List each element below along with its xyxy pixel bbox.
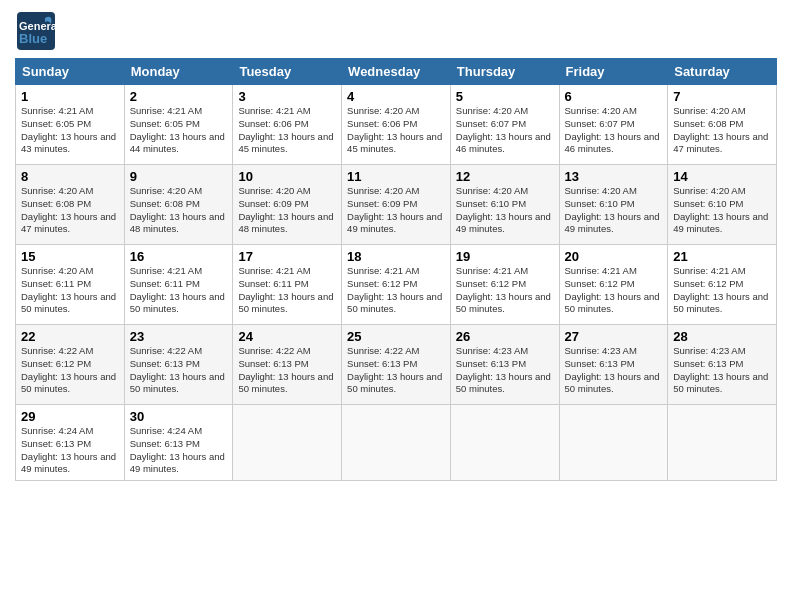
day-info: Sunrise: 4:20 AM Sunset: 6:10 PM Dayligh… xyxy=(456,185,554,236)
day-info: Sunrise: 4:21 AM Sunset: 6:05 PM Dayligh… xyxy=(21,105,119,156)
day-info: Sunrise: 4:23 AM Sunset: 6:13 PM Dayligh… xyxy=(565,345,663,396)
day-number: 12 xyxy=(456,169,554,184)
day-number: 13 xyxy=(565,169,663,184)
day-number: 22 xyxy=(21,329,119,344)
calendar-cell: 17 Sunrise: 4:21 AM Sunset: 6:11 PM Dayl… xyxy=(233,245,342,325)
calendar-cell: 13 Sunrise: 4:20 AM Sunset: 6:10 PM Dayl… xyxy=(559,165,668,245)
calendar-cell: 19 Sunrise: 4:21 AM Sunset: 6:12 PM Dayl… xyxy=(450,245,559,325)
day-info: Sunrise: 4:22 AM Sunset: 6:12 PM Dayligh… xyxy=(21,345,119,396)
day-info: Sunrise: 4:20 AM Sunset: 6:09 PM Dayligh… xyxy=(238,185,336,236)
weekday-tuesday: Tuesday xyxy=(233,59,342,85)
day-info: Sunrise: 4:20 AM Sunset: 6:06 PM Dayligh… xyxy=(347,105,445,156)
calendar-cell: 22 Sunrise: 4:22 AM Sunset: 6:12 PM Dayl… xyxy=(16,325,125,405)
day-info: Sunrise: 4:20 AM Sunset: 6:10 PM Dayligh… xyxy=(673,185,771,236)
calendar-cell: 25 Sunrise: 4:22 AM Sunset: 6:13 PM Dayl… xyxy=(342,325,451,405)
day-info: Sunrise: 4:23 AM Sunset: 6:13 PM Dayligh… xyxy=(456,345,554,396)
day-info: Sunrise: 4:21 AM Sunset: 6:05 PM Dayligh… xyxy=(130,105,228,156)
day-info: Sunrise: 4:24 AM Sunset: 6:13 PM Dayligh… xyxy=(21,425,119,476)
calendar-cell: 5 Sunrise: 4:20 AM Sunset: 6:07 PM Dayli… xyxy=(450,85,559,165)
calendar-cell: 16 Sunrise: 4:21 AM Sunset: 6:11 PM Dayl… xyxy=(124,245,233,325)
header: General Blue xyxy=(15,10,777,52)
day-info: Sunrise: 4:21 AM Sunset: 6:12 PM Dayligh… xyxy=(673,265,771,316)
calendar-cell: 4 Sunrise: 4:20 AM Sunset: 6:06 PM Dayli… xyxy=(342,85,451,165)
day-number: 8 xyxy=(21,169,119,184)
day-info: Sunrise: 4:23 AM Sunset: 6:13 PM Dayligh… xyxy=(673,345,771,396)
calendar-cell xyxy=(450,405,559,481)
day-number: 3 xyxy=(238,89,336,104)
calendar-cell xyxy=(559,405,668,481)
day-info: Sunrise: 4:20 AM Sunset: 6:10 PM Dayligh… xyxy=(565,185,663,236)
calendar-table: SundayMondayTuesdayWednesdayThursdayFrid… xyxy=(15,58,777,481)
day-info: Sunrise: 4:20 AM Sunset: 6:08 PM Dayligh… xyxy=(21,185,119,236)
day-number: 23 xyxy=(130,329,228,344)
calendar-cell: 29 Sunrise: 4:24 AM Sunset: 6:13 PM Dayl… xyxy=(16,405,125,481)
day-number: 30 xyxy=(130,409,228,424)
day-number: 15 xyxy=(21,249,119,264)
weekday-thursday: Thursday xyxy=(450,59,559,85)
weekday-sunday: Sunday xyxy=(16,59,125,85)
day-number: 6 xyxy=(565,89,663,104)
day-number: 2 xyxy=(130,89,228,104)
page: General Blue SundayMondayTuesdayWednesda… xyxy=(0,0,792,612)
calendar-cell: 23 Sunrise: 4:22 AM Sunset: 6:13 PM Dayl… xyxy=(124,325,233,405)
day-number: 11 xyxy=(347,169,445,184)
svg-text:Blue: Blue xyxy=(19,31,47,46)
day-number: 17 xyxy=(238,249,336,264)
day-number: 20 xyxy=(565,249,663,264)
calendar-cell: 3 Sunrise: 4:21 AM Sunset: 6:06 PM Dayli… xyxy=(233,85,342,165)
calendar-cell xyxy=(342,405,451,481)
calendar-cell: 24 Sunrise: 4:22 AM Sunset: 6:13 PM Dayl… xyxy=(233,325,342,405)
weekday-header-row: SundayMondayTuesdayWednesdayThursdayFrid… xyxy=(16,59,777,85)
day-info: Sunrise: 4:20 AM Sunset: 6:11 PM Dayligh… xyxy=(21,265,119,316)
day-number: 28 xyxy=(673,329,771,344)
day-info: Sunrise: 4:22 AM Sunset: 6:13 PM Dayligh… xyxy=(238,345,336,396)
day-number: 5 xyxy=(456,89,554,104)
calendar-cell: 21 Sunrise: 4:21 AM Sunset: 6:12 PM Dayl… xyxy=(668,245,777,325)
weekday-saturday: Saturday xyxy=(668,59,777,85)
day-number: 29 xyxy=(21,409,119,424)
calendar-cell: 1 Sunrise: 4:21 AM Sunset: 6:05 PM Dayli… xyxy=(16,85,125,165)
day-number: 14 xyxy=(673,169,771,184)
day-info: Sunrise: 4:21 AM Sunset: 6:12 PM Dayligh… xyxy=(565,265,663,316)
day-number: 27 xyxy=(565,329,663,344)
calendar-cell: 11 Sunrise: 4:20 AM Sunset: 6:09 PM Dayl… xyxy=(342,165,451,245)
calendar-cell: 18 Sunrise: 4:21 AM Sunset: 6:12 PM Dayl… xyxy=(342,245,451,325)
logo: General Blue xyxy=(15,10,57,52)
day-info: Sunrise: 4:22 AM Sunset: 6:13 PM Dayligh… xyxy=(347,345,445,396)
day-number: 19 xyxy=(456,249,554,264)
day-number: 24 xyxy=(238,329,336,344)
weekday-wednesday: Wednesday xyxy=(342,59,451,85)
day-number: 26 xyxy=(456,329,554,344)
calendar-cell: 8 Sunrise: 4:20 AM Sunset: 6:08 PM Dayli… xyxy=(16,165,125,245)
weekday-monday: Monday xyxy=(124,59,233,85)
calendar-cell: 27 Sunrise: 4:23 AM Sunset: 6:13 PM Dayl… xyxy=(559,325,668,405)
day-number: 9 xyxy=(130,169,228,184)
day-info: Sunrise: 4:21 AM Sunset: 6:11 PM Dayligh… xyxy=(130,265,228,316)
calendar-cell: 28 Sunrise: 4:23 AM Sunset: 6:13 PM Dayl… xyxy=(668,325,777,405)
day-info: Sunrise: 4:20 AM Sunset: 6:07 PM Dayligh… xyxy=(456,105,554,156)
day-info: Sunrise: 4:20 AM Sunset: 6:08 PM Dayligh… xyxy=(673,105,771,156)
calendar-cell: 26 Sunrise: 4:23 AM Sunset: 6:13 PM Dayl… xyxy=(450,325,559,405)
day-number: 1 xyxy=(21,89,119,104)
calendar-cell: 2 Sunrise: 4:21 AM Sunset: 6:05 PM Dayli… xyxy=(124,85,233,165)
calendar-cell: 15 Sunrise: 4:20 AM Sunset: 6:11 PM Dayl… xyxy=(16,245,125,325)
day-number: 16 xyxy=(130,249,228,264)
day-info: Sunrise: 4:21 AM Sunset: 6:12 PM Dayligh… xyxy=(456,265,554,316)
day-info: Sunrise: 4:22 AM Sunset: 6:13 PM Dayligh… xyxy=(130,345,228,396)
calendar-cell: 10 Sunrise: 4:20 AM Sunset: 6:09 PM Dayl… xyxy=(233,165,342,245)
day-info: Sunrise: 4:21 AM Sunset: 6:12 PM Dayligh… xyxy=(347,265,445,316)
calendar-cell: 6 Sunrise: 4:20 AM Sunset: 6:07 PM Dayli… xyxy=(559,85,668,165)
day-number: 4 xyxy=(347,89,445,104)
calendar-cell: 14 Sunrise: 4:20 AM Sunset: 6:10 PM Dayl… xyxy=(668,165,777,245)
day-info: Sunrise: 4:21 AM Sunset: 6:06 PM Dayligh… xyxy=(238,105,336,156)
day-info: Sunrise: 4:20 AM Sunset: 6:08 PM Dayligh… xyxy=(130,185,228,236)
calendar-cell: 20 Sunrise: 4:21 AM Sunset: 6:12 PM Dayl… xyxy=(559,245,668,325)
day-number: 7 xyxy=(673,89,771,104)
day-info: Sunrise: 4:24 AM Sunset: 6:13 PM Dayligh… xyxy=(130,425,228,476)
day-number: 21 xyxy=(673,249,771,264)
day-number: 18 xyxy=(347,249,445,264)
weekday-friday: Friday xyxy=(559,59,668,85)
calendar-cell: 9 Sunrise: 4:20 AM Sunset: 6:08 PM Dayli… xyxy=(124,165,233,245)
day-number: 10 xyxy=(238,169,336,184)
calendar-cell xyxy=(233,405,342,481)
